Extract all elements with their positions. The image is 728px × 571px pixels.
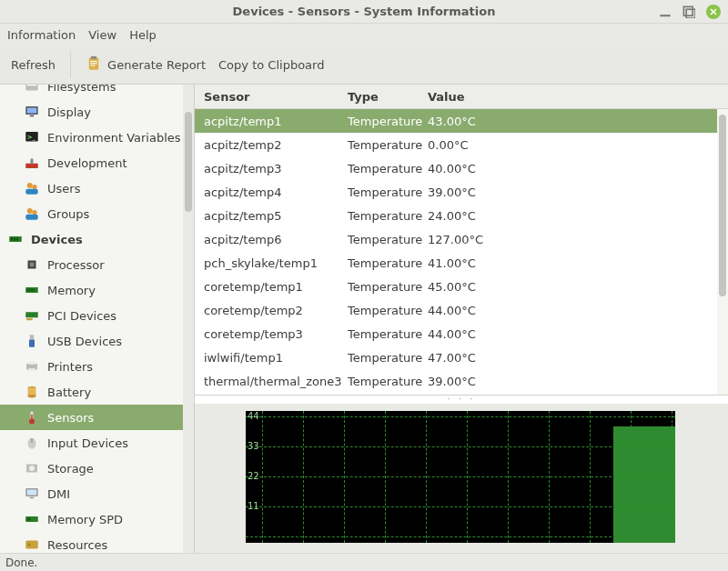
sidebar-item-display[interactable]: Display <box>0 99 194 125</box>
menubar: Information View Help <box>0 24 728 46</box>
menu-view[interactable]: View <box>88 28 116 42</box>
sidebar-item-users[interactable]: Users <box>0 175 194 201</box>
table-row[interactable]: acpitz/temp1Temperature43.00°C <box>195 109 728 133</box>
table-row[interactable]: pch_skylake/temp1Temperature41.00°C <box>195 251 728 275</box>
groups-icon <box>24 205 40 222</box>
table-scroll-thumb[interactable] <box>719 115 726 296</box>
sidebar-item-development[interactable]: Development <box>0 150 194 175</box>
sidebar-item-dmi[interactable]: DMI <box>0 481 194 506</box>
sidebar-item-environment-variables[interactable]: >_Environment Variables <box>0 125 194 150</box>
sidebar-scrollbar[interactable] <box>183 85 194 553</box>
svg-rect-1 <box>683 6 693 15</box>
sidebar-item-label: Users <box>47 182 80 195</box>
statusbar: Done. <box>0 553 728 571</box>
refresh-button[interactable]: Refresh <box>11 58 56 72</box>
sidebar-item-label: Environment Variables <box>47 131 181 145</box>
sidebar-scroll-thumb[interactable] <box>185 112 192 212</box>
memory-icon <box>24 282 40 298</box>
graph-ytick: 22 <box>248 471 259 481</box>
sidebar-item-usb-devices[interactable]: USB Devices <box>0 328 194 354</box>
sidebar-item-label: PCI Devices <box>47 309 116 323</box>
table-row[interactable]: acpitz/temp5Temperature24.00°C <box>195 204 728 227</box>
sidebar-item-resources[interactable]: Resources <box>0 532 194 553</box>
svg-rect-39 <box>29 340 35 347</box>
filesystems-icon <box>24 85 40 95</box>
menu-help[interactable]: Help <box>129 28 157 42</box>
sidebar-item-storage[interactable]: Storage <box>0 456 194 481</box>
sidebar-item-processor[interactable]: Processor <box>0 252 194 277</box>
svg-rect-28 <box>16 238 18 241</box>
main-pane: Sensor Type Value acpitz/temp1Temperatur… <box>195 85 728 553</box>
sidebar-item-label: Memory <box>47 284 96 297</box>
input-devices-icon <box>24 435 40 451</box>
window-title: Devices - Sensors - System Information <box>233 5 496 18</box>
svg-rect-7 <box>90 61 97 62</box>
svg-rect-55 <box>30 497 35 499</box>
sidebar-item-label: USB Devices <box>47 335 122 348</box>
devices-icon <box>7 231 24 247</box>
sidebar-item-label: Input Devices <box>47 436 128 450</box>
clipboard-icon <box>86 55 102 75</box>
sidebar-item-printers[interactable]: Printers <box>0 354 194 379</box>
status-text: Done. <box>5 556 37 569</box>
maximize-button[interactable] <box>682 5 695 18</box>
sidebar-item-input-devices[interactable]: Input Devices <box>0 430 194 456</box>
close-button[interactable] <box>706 5 721 19</box>
cell-value: 43.00°C <box>428 115 728 128</box>
svg-rect-54 <box>27 490 37 496</box>
table-row[interactable]: thermal/thermal_zone3Temperature39.00°C <box>195 369 728 393</box>
svg-rect-27 <box>14 238 15 241</box>
cell-type: Temperature <box>348 304 428 317</box>
svg-rect-14 <box>30 115 35 117</box>
generate-report-button[interactable]: Generate Report <box>86 55 206 75</box>
sidebar-item-label: DMI <box>47 487 70 501</box>
table-row[interactable]: acpitz/temp2Temperature0.00°C <box>195 133 728 156</box>
cell-sensor: pch_skylake/temp1 <box>195 256 348 270</box>
sidebar-item-devices[interactable]: Devices <box>0 226 194 252</box>
copy-clipboard-button[interactable]: Copy to Clipboard <box>218 58 324 72</box>
development-icon <box>24 155 40 171</box>
svg-point-52 <box>29 466 35 471</box>
table-row[interactable]: acpitz/temp4Temperature39.00°C <box>195 180 728 204</box>
table-row[interactable]: iwlwifi/temp1Temperature47.00°C <box>195 346 728 369</box>
table-row[interactable]: coretemp/temp1Temperature45.00°C <box>195 275 728 298</box>
sidebar-item-memory[interactable]: Memory <box>0 277 194 303</box>
table-row[interactable]: acpitz/temp3Temperature40.00°C <box>195 156 728 180</box>
svg-rect-59 <box>25 541 38 549</box>
col-header-type[interactable]: Type <box>348 90 428 104</box>
battery-icon <box>24 384 40 400</box>
sidebar-item-label: Memory SPD <box>47 513 123 526</box>
sidebar-item-sensors[interactable]: Sensors <box>0 405 194 430</box>
svg-point-20 <box>32 185 36 189</box>
table-row[interactable]: acpitz/temp6Temperature127.00°C <box>195 227 728 251</box>
sidebar-item-filesystems[interactable]: Filesystems <box>0 85 194 99</box>
table-header: Sensor Type Value <box>195 85 728 109</box>
svg-point-19 <box>27 183 33 188</box>
svg-rect-35 <box>34 289 35 292</box>
table-row[interactable]: coretemp/temp3Temperature44.00°C <box>195 322 728 346</box>
sidebar-item-label: Printers <box>47 360 93 374</box>
cell-sensor: iwlwifi/temp1 <box>195 351 348 365</box>
col-header-sensor[interactable]: Sensor <box>195 90 348 104</box>
refresh-label: Refresh <box>11 58 56 72</box>
sidebar-item-label: Sensors <box>47 411 94 425</box>
svg-rect-9 <box>90 65 95 66</box>
cell-sensor: acpitz/temp1 <box>195 115 348 128</box>
sidebar-item-battery[interactable]: Battery <box>0 379 194 405</box>
sidebar-item-memory-spd[interactable]: Memory SPD <box>0 506 194 532</box>
menu-information[interactable]: Information <box>7 28 76 42</box>
sidebar-item-groups[interactable]: Groups <box>0 201 194 226</box>
processor-icon <box>24 256 40 273</box>
minimize-button[interactable] <box>659 5 672 18</box>
svg-rect-2 <box>686 9 695 18</box>
cell-type: Temperature <box>348 256 428 270</box>
svg-rect-37 <box>26 318 33 320</box>
sidebar-item-pci-devices[interactable]: PCI Devices <box>0 303 194 328</box>
table-row[interactable]: coretemp/temp2Temperature44.00°C <box>195 298 728 322</box>
table-scrollbar[interactable] <box>717 109 728 395</box>
sidebar-item-label: Groups <box>47 207 89 221</box>
col-header-value[interactable]: Value <box>428 90 728 104</box>
svg-rect-41 <box>28 361 35 365</box>
cell-type: Temperature <box>348 327 428 341</box>
cell-type: Temperature <box>348 351 428 365</box>
